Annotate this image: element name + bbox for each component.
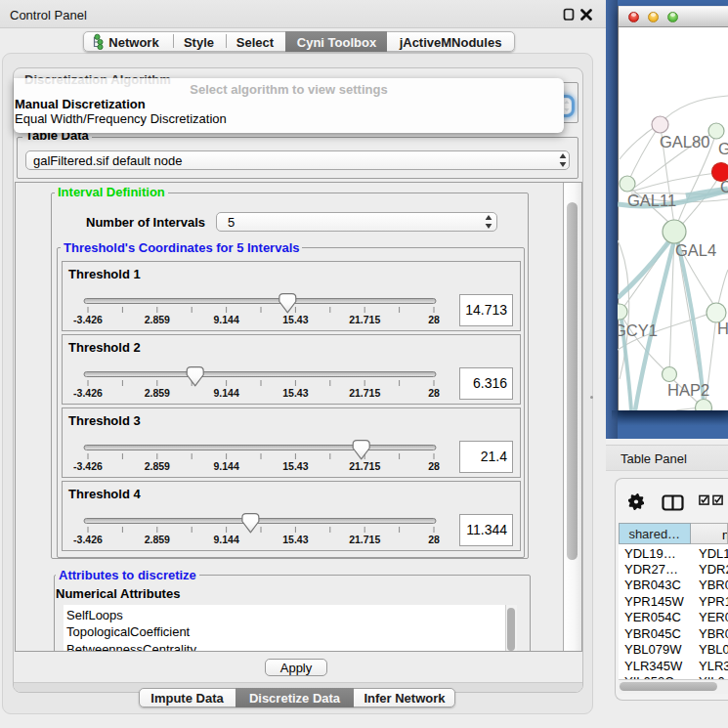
- svg-text:21.715: 21.715: [349, 460, 380, 472]
- svg-text:28: 28: [428, 534, 440, 545]
- svg-text:-3.426: -3.426: [73, 460, 103, 472]
- svg-text:2.859: 2.859: [145, 534, 170, 545]
- svg-text:21.715: 21.715: [349, 534, 380, 545]
- svg-text:-3.426: -3.426: [73, 387, 103, 399]
- svg-text:-3.426: -3.426: [73, 314, 103, 325]
- svg-text:15.43: 15.43: [282, 534, 308, 545]
- svg-text:2.859: 2.859: [145, 387, 170, 399]
- svg-text:9.144: 9.144: [213, 314, 238, 325]
- svg-text:15.43: 15.43: [282, 387, 308, 399]
- svg-text:GA: GA: [718, 140, 728, 157]
- svg-text:2.859: 2.859: [145, 314, 170, 325]
- svg-text:C: C: [720, 178, 728, 195]
- svg-text:GCY1: GCY1: [618, 321, 658, 339]
- svg-text:-3.426: -3.426: [73, 534, 103, 545]
- svg-text:GAL11: GAL11: [627, 192, 676, 209]
- svg-text:HI: HI: [717, 320, 728, 337]
- svg-text:21.715: 21.715: [349, 387, 380, 399]
- svg-text:21.715: 21.715: [349, 314, 380, 325]
- svg-text:HAP2: HAP2: [667, 381, 709, 399]
- svg-text:9.144: 9.144: [213, 460, 238, 472]
- svg-text:28: 28: [428, 387, 440, 399]
- svg-text:9.144: 9.144: [213, 534, 238, 545]
- svg-text:28: 28: [428, 460, 440, 472]
- svg-text:2.859: 2.859: [145, 460, 170, 472]
- svg-text:GAL4: GAL4: [675, 241, 716, 259]
- svg-text:15.43: 15.43: [282, 460, 308, 472]
- svg-text:GAL80: GAL80: [660, 133, 709, 150]
- svg-text:9.144: 9.144: [213, 387, 238, 399]
- svg-text:28: 28: [428, 314, 440, 325]
- svg-text:15.43: 15.43: [282, 314, 308, 325]
